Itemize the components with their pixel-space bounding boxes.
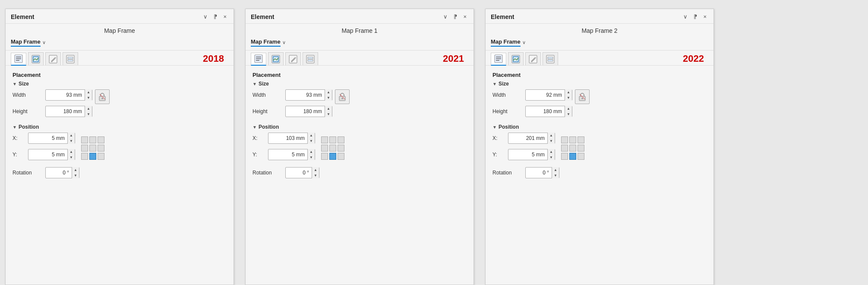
size-subsection-header[interactable]: ▼Size: [253, 81, 467, 87]
anchor-cell-8[interactable]: [338, 153, 344, 160]
rotation-spin-up[interactable]: ▲: [552, 167, 559, 173]
anchor-cell-0[interactable]: [81, 136, 88, 143]
anchor-cell-6[interactable]: [561, 153, 568, 160]
tab-2[interactable]: [28, 52, 44, 65]
rotation-spin-down[interactable]: ▼: [72, 173, 79, 178]
width-spin-up[interactable]: ▲: [85, 89, 92, 95]
anchor-cell-3[interactable]: [561, 145, 568, 152]
anchor-cell-0[interactable]: [561, 136, 568, 143]
x-input[interactable]: [268, 134, 307, 142]
tab-4[interactable]: [543, 52, 558, 65]
height-spin-down[interactable]: ▼: [85, 111, 92, 117]
x-spin-up[interactable]: ▲: [548, 133, 555, 138]
anchor-cell-8[interactable]: [578, 153, 584, 160]
map-frame-dropdown-arrow[interactable]: ∨: [42, 40, 46, 45]
height-spin-down[interactable]: ▼: [325, 111, 332, 117]
tab-1[interactable]: [491, 53, 506, 66]
x-spin-up[interactable]: ▲: [308, 133, 315, 138]
anchor-cell-3[interactable]: [81, 145, 88, 152]
position-subsection-header[interactable]: ▼Position: [13, 124, 227, 130]
aspect-lock-button[interactable]: [335, 89, 350, 104]
anchor-cell-7[interactable]: [569, 153, 576, 160]
anchor-cell-8[interactable]: [98, 153, 104, 160]
rotation-input[interactable]: [46, 169, 72, 177]
map-frame-dropdown-arrow[interactable]: ∨: [522, 40, 526, 45]
anchor-cell-5[interactable]: [338, 145, 344, 152]
x-input[interactable]: [508, 134, 547, 142]
height-input[interactable]: [46, 108, 85, 115]
map-frame-dropdown[interactable]: Map Frame∨: [486, 37, 713, 51]
tab-2[interactable]: [508, 52, 524, 65]
width-spin-down[interactable]: ▼: [325, 95, 332, 101]
tab-4[interactable]: [303, 52, 318, 65]
width-spin-down[interactable]: ▼: [85, 95, 92, 101]
height-input[interactable]: [526, 108, 565, 115]
anchor-cell-0[interactable]: [321, 136, 328, 143]
close-button[interactable]: ×: [461, 13, 468, 21]
x-spin-down[interactable]: ▼: [548, 138, 555, 144]
y-spin-down[interactable]: ▼: [68, 155, 75, 160]
width-input[interactable]: [286, 91, 325, 99]
map-frame-dropdown-arrow[interactable]: ∨: [282, 40, 286, 45]
anchor-cell-5[interactable]: [98, 145, 104, 152]
anchor-cell-7[interactable]: [89, 153, 96, 160]
anchor-cell-2[interactable]: [338, 136, 344, 143]
anchor-cell-2[interactable]: [578, 136, 584, 143]
tab-4[interactable]: [63, 52, 78, 65]
anchor-cell-2[interactable]: [98, 136, 104, 143]
rotation-input[interactable]: [286, 169, 312, 177]
aspect-lock-button[interactable]: [575, 89, 590, 104]
width-spin-down[interactable]: ▼: [565, 95, 572, 101]
tab-3[interactable]: [525, 52, 541, 65]
y-input[interactable]: [28, 151, 67, 158]
y-spin-down[interactable]: ▼: [308, 155, 315, 160]
y-spin-up[interactable]: ▲: [548, 149, 555, 155]
x-spin-down[interactable]: ▼: [308, 138, 315, 144]
collapse-button[interactable]: ∨: [202, 13, 209, 21]
rotation-spin-up[interactable]: ▲: [72, 167, 79, 173]
rotation-input[interactable]: [526, 169, 552, 177]
map-frame-dropdown[interactable]: Map Frame∨: [6, 37, 234, 51]
anchor-cell-1[interactable]: [89, 136, 96, 143]
tab-3[interactable]: [285, 52, 301, 65]
height-spin-up[interactable]: ▲: [565, 106, 572, 111]
anchor-cell-7[interactable]: [329, 153, 336, 160]
map-frame-dropdown[interactable]: Map Frame∨: [246, 37, 473, 51]
close-button[interactable]: ×: [701, 13, 708, 21]
y-input[interactable]: [508, 151, 547, 158]
y-spin-down[interactable]: ▼: [548, 155, 555, 160]
rotation-spin-down[interactable]: ▼: [312, 173, 319, 178]
height-spin-up[interactable]: ▲: [85, 106, 92, 111]
rotation-spin-down[interactable]: ▼: [552, 173, 559, 178]
height-spin-up[interactable]: ▲: [325, 106, 332, 111]
y-input[interactable]: [268, 151, 307, 158]
size-subsection-header[interactable]: ▼Size: [13, 81, 227, 87]
height-spin-down[interactable]: ▼: [565, 111, 572, 117]
anchor-cell-4[interactable]: [569, 145, 576, 152]
position-subsection-header[interactable]: ▼Position: [253, 124, 467, 130]
collapse-button[interactable]: ∨: [682, 13, 689, 21]
size-subsection-header[interactable]: ▼Size: [492, 81, 707, 87]
rotation-spin-up[interactable]: ▲: [312, 167, 319, 173]
anchor-cell-1[interactable]: [569, 136, 576, 143]
width-input[interactable]: [46, 91, 85, 99]
anchor-cell-6[interactable]: [321, 153, 328, 160]
position-subsection-header[interactable]: ▼Position: [492, 124, 707, 130]
anchor-cell-6[interactable]: [81, 153, 88, 160]
anchor-cell-1[interactable]: [329, 136, 336, 143]
x-spin-down[interactable]: ▼: [68, 138, 75, 144]
pin-button[interactable]: ⁋: [452, 13, 459, 21]
anchor-cell-4[interactable]: [329, 145, 336, 152]
width-spin-up[interactable]: ▲: [565, 89, 572, 95]
anchor-cell-5[interactable]: [578, 145, 584, 152]
y-spin-up[interactable]: ▲: [308, 149, 315, 155]
pin-button[interactable]: ⁋: [692, 13, 699, 21]
tab-3[interactable]: [45, 52, 61, 65]
width-spin-up[interactable]: ▲: [325, 89, 332, 95]
tab-1[interactable]: [251, 53, 266, 66]
height-input[interactable]: [286, 108, 325, 115]
aspect-lock-button[interactable]: [95, 89, 110, 104]
collapse-button[interactable]: ∨: [442, 13, 449, 21]
anchor-cell-4[interactable]: [89, 145, 96, 152]
anchor-cell-3[interactable]: [321, 145, 328, 152]
